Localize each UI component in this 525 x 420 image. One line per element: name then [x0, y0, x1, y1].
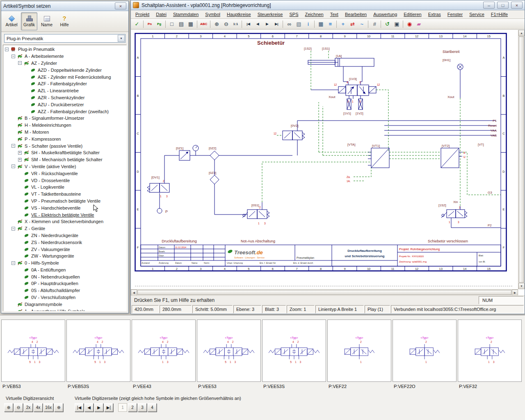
- menu-sps[interactable]: SPS: [286, 11, 301, 18]
- scroll-right-icon[interactable]: ▶: [512, 290, 518, 295]
- tree-item[interactable]: VS - Handschiebeventile: [3, 204, 126, 211]
- page-1-button[interactable]: 1: [118, 403, 127, 412]
- table-button[interactable]: ▦: [316, 20, 325, 29]
- tree-item[interactable]: AZR - Schwenkzylinder: [3, 94, 126, 101]
- plugin-pg-button[interactable]: Pg: [155, 20, 164, 29]
- next-sheet-button[interactable]: ▶: [262, 20, 272, 29]
- menu-symbol[interactable]: Symbol: [202, 11, 223, 18]
- expand-icon[interactable]: +: [18, 151, 22, 155]
- close-button[interactable]: ×: [115, 2, 126, 9]
- zoom-1-1-button[interactable]: 1:1: [231, 20, 240, 29]
- tree-item[interactable]: +SM - Mechanisch betätigte Schalter: [3, 156, 126, 163]
- collapse-icon[interactable]: −: [11, 227, 15, 231]
- schematic-canvas[interactable]: 1122334455667788991010111112121313141415…: [134, 32, 507, 272]
- tree-item[interactable]: VT - Taktkettenbausteine: [3, 191, 126, 198]
- tree-item[interactable]: AZD - Doppeltwirkende Zylinder: [3, 66, 126, 73]
- grid-button[interactable]: #: [370, 20, 379, 29]
- zoom-4x-button[interactable]: 4x: [34, 403, 43, 412]
- collapse-icon[interactable]: −: [11, 164, 15, 168]
- hilfe-button[interactable]: ? Hilfe: [56, 12, 73, 30]
- plugin-pn-button[interactable]: Pn: [145, 20, 154, 29]
- left-window-titlebar[interactable]: Artikel/Symbol setzen ×: [1, 1, 128, 11]
- symbol-tree[interactable]: −Plug-in Pneumatik−A - Arbeitselemente−A…: [3, 45, 127, 311]
- tree-item[interactable]: ZW - Wartungsgeräte: [3, 253, 126, 260]
- tree-item[interactable]: ZV - Vakuumgeräte: [3, 246, 126, 253]
- tree-item[interactable]: −0 - Hilfs-Symbole: [3, 260, 126, 267]
- apply-button[interactable]: ✓: [132, 20, 142, 29]
- symbol-preview[interactable]: 21<Typ>: [393, 320, 457, 382]
- tree-item[interactable]: VL - Logikventile: [3, 184, 126, 191]
- first-sheet-button[interactable]: |◀: [244, 20, 253, 29]
- tree-item[interactable]: H - Meldeeinrichtungen: [3, 122, 126, 129]
- menu-auswertung[interactable]: Auswertung: [370, 11, 400, 18]
- vertical-scroll-thumb[interactable]: [519, 37, 524, 283]
- artikel-button[interactable]: Artikel: [3, 12, 20, 30]
- tree-item[interactable]: −AZ - Zylinder: [3, 60, 126, 67]
- symbol-preview[interactable]: 213<Typ>: [458, 320, 522, 382]
- horizontal-scrollbar[interactable]: ◀ ▶: [131, 289, 518, 295]
- maximize-button[interactable]: □: [497, 2, 509, 9]
- view-glasses-button[interactable]: ∞: [285, 20, 294, 29]
- collapse-icon[interactable]: −: [11, 55, 15, 58]
- open-file-button[interactable]: ▤: [177, 20, 186, 29]
- menu-hauptkreise[interactable]: Hauptkreise: [224, 11, 254, 18]
- tree-item[interactable]: −Z - Geräte: [3, 225, 126, 232]
- symbol-preview[interactable]: 42513<Typ>: [262, 320, 326, 382]
- tree-item[interactable]: Diagrammsymbole: [3, 301, 126, 308]
- symbol-preview[interactable]: 21<Typ>: [327, 320, 391, 382]
- text-abc-button[interactable]: ABC: [199, 20, 208, 29]
- chevron-down-icon[interactable]: ▼: [118, 35, 125, 42]
- clipboard-button[interactable]: ▣: [392, 20, 401, 29]
- last-page-button[interactable]: ▶|: [104, 403, 113, 412]
- menu-editieren[interactable]: Editieren: [401, 11, 424, 18]
- power-button[interactable]: ◉: [405, 20, 414, 29]
- zoom-out-button[interactable]: ⊖: [14, 403, 23, 412]
- tree-item[interactable]: ZN - Niederdruckgeräte: [3, 232, 126, 239]
- close-button[interactable]: ×: [511, 2, 523, 9]
- tree-item[interactable]: 0V - Verschlußstopfen: [3, 294, 126, 301]
- tree-item[interactable]: VP - Pneumatisch betätigte Ventile: [3, 198, 126, 205]
- last-sheet-button[interactable]: ▶|: [272, 20, 281, 29]
- tree-item[interactable]: M - Motoren: [3, 129, 126, 136]
- menu-bearbeiten[interactable]: Bearbeiten: [342, 11, 370, 18]
- symbol-preview[interactable]: 42513<Typ>: [197, 320, 261, 382]
- menu-datei[interactable]: Datei: [153, 11, 169, 18]
- menu-fenster[interactable]: Fenster: [445, 11, 466, 18]
- zoom-2x-button[interactable]: 2x: [24, 403, 33, 412]
- zoom-in-button[interactable]: ⊕: [4, 403, 13, 412]
- tree-item[interactable]: 0S - Abluftschalldämpfer: [3, 287, 126, 294]
- curve-button[interactable]: ~: [357, 20, 366, 29]
- tree-item[interactable]: X - Klemmen und Steckerverbindungen: [3, 218, 126, 225]
- tree-item[interactable]: 0N - Nebendruckquellen: [3, 273, 126, 280]
- vertical-scrollbar[interactable]: ▲ ▼: [518, 30, 525, 289]
- tree-item[interactable]: VE - Elektrisch betätigte Ventile: [3, 211, 126, 218]
- menu-extras[interactable]: Extras: [425, 11, 444, 18]
- sheet-edit-button[interactable]: ▧: [294, 20, 303, 29]
- move-symbol-button[interactable]: ⇄: [348, 20, 357, 29]
- horizontal-scroll-thumb[interactable]: [137, 290, 511, 295]
- tree-item[interactable]: AZU - Druckübersetzer: [3, 101, 126, 108]
- page-3-button[interactable]: 3: [138, 403, 147, 412]
- tree-item[interactable]: AZF - Faltenbalgzylinder: [3, 80, 126, 87]
- symbol-preview[interactable]: 4213<Typ>: [132, 320, 196, 382]
- symbol-preview[interactable]: 42513<Typ>: [1, 320, 65, 382]
- insert-symbol-button[interactable]: +: [338, 20, 347, 29]
- scroll-up-icon[interactable]: ▲: [518, 30, 525, 36]
- scroll-down-icon[interactable]: ▼: [518, 283, 525, 289]
- menu-projekt[interactable]: Projekt: [132, 11, 152, 18]
- zoom-fit-button[interactable]: ⊕: [54, 403, 63, 412]
- grafik-button[interactable]: Grafik: [21, 12, 37, 30]
- tree-item[interactable]: VR - Rückschlagventile: [3, 170, 126, 177]
- info-button[interactable]: i: [304, 20, 313, 29]
- minimize-button[interactable]: –: [483, 2, 495, 9]
- tree-item[interactable]: 1 - Auswertbare Hilfs-Symbole: [3, 308, 126, 311]
- symbol-preview[interactable]: 42513<Typ>: [66, 320, 130, 382]
- first-page-button[interactable]: |◀: [75, 403, 84, 412]
- page-2-button[interactable]: 2: [128, 403, 137, 412]
- collapse-icon[interactable]: −: [5, 48, 9, 51]
- collapse-icon[interactable]: −: [18, 61, 22, 65]
- collapse-icon[interactable]: −: [11, 144, 15, 148]
- name-button[interactable]: Name: [39, 12, 55, 30]
- tree-item[interactable]: +SH - Muskelkraftbetätigte Schalter: [3, 149, 126, 156]
- tree-item[interactable]: −S - Schalter (passive Ventile): [3, 142, 126, 149]
